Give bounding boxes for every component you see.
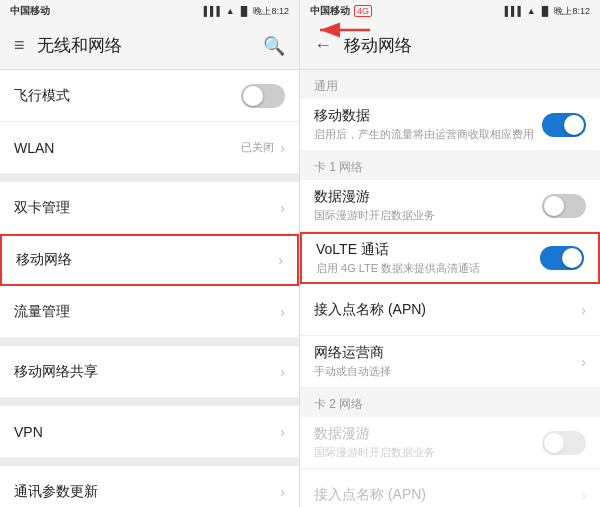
wlan-status: 已关闭 [241,140,274,155]
right-header-title: 移动网络 [344,34,412,57]
setting-apn1[interactable]: 接入点名称 (APN) › [300,284,600,336]
gap-3 [0,398,299,406]
setting-carrier1[interactable]: 网络运营商 手动或自动选择 › [300,336,600,388]
left-panel: 中国移动 ▌▌▌ ▲ ▐▌ 晚上8:12 ≡ 无线和网络 🔍 飞行模式 [0,0,300,507]
right-carrier: 中国移动 [310,4,350,18]
traffic-chevron: › [280,304,285,320]
left-header-title: 无线和网络 [37,34,263,57]
left-menu-list: 飞行模式 WLAN 已关闭 › [0,70,299,507]
right-status-icons: ▌▌▌ ▲ ▐▌ 晚上8:12 [505,5,590,18]
mobiledata-sub: 启用后，产生的流量将由运营商收取相应费用 [314,127,542,142]
menu-item-airplane[interactable]: 飞行模式 [0,70,299,122]
apn2-title: 接入点名称 (APN) [314,486,581,504]
time: 晚上8:12 [253,5,289,18]
setting-dataroam2: 数据漫游 国际漫游时开启数据业务 [300,417,600,469]
search-icon[interactable]: 🔍 [263,35,285,57]
apn2-chevron: › [581,487,586,503]
contacts-title: 通讯参数更新 [14,483,98,501]
volte-toggle[interactable] [540,246,584,270]
setting-dataroam1[interactable]: 数据漫游 国际漫游时开启数据业务 [300,180,600,232]
right-battery-icon: ▐▌ [539,6,552,16]
carrier1-chevron: › [581,354,586,370]
menu-item-contacts[interactable]: 通讯参数更新 › [0,466,299,507]
section-card2-label: 卡 2 网络 [300,388,600,417]
right-signal-icon: ▌▌▌ [505,6,524,16]
contacts-chevron: › [280,484,285,500]
apn1-title: 接入点名称 (APN) [314,301,581,319]
back-arrow-icon[interactable]: ← [314,35,332,56]
dataroam1-toggle[interactable] [542,194,586,218]
menu-item-wlan[interactable]: WLAN 已关闭 › [0,122,299,174]
dataroam2-title: 数据漫游 [314,425,542,443]
sharing-chevron: › [280,364,285,380]
menu-item-dualcard[interactable]: 双卡管理 › [0,182,299,234]
menu-item-traffic[interactable]: 流量管理 › [0,286,299,338]
dataroam1-title: 数据漫游 [314,188,542,206]
vpn-chevron: › [280,424,285,440]
sharing-title: 移动网络共享 [14,363,98,381]
mobiledata-toggle[interactable] [542,113,586,137]
section-card1-label: 卡 1 网络 [300,151,600,180]
section-general-label: 通用 [300,70,600,99]
right-settings-list: 通用 移动数据 启用后，产生的流量将由运营商收取相应费用 卡 1 网络 数据漫游… [300,70,600,507]
traffic-title: 流量管理 [14,303,70,321]
signal-icon: ▌▌▌ [204,6,223,16]
dualcard-title: 双卡管理 [14,199,70,217]
gap-1 [0,174,299,182]
setting-volte[interactable]: VoLTE 通话 启用 4G LTE 数据来提供高清通话 [300,232,600,284]
left-status-icons: ▌▌▌ ▲ ▐▌ 晚上8:12 [204,5,289,18]
dataroam2-toggle [542,431,586,455]
right-status-left: 中国移动 4G [310,4,372,18]
right-panel: 中国移动 4G ▌▌▌ ▲ ▐▌ 晚上8:12 ← 移动网络 通用 移动数据 启… [300,0,600,507]
hamburger-icon[interactable]: ≡ [14,35,25,56]
dataroam1-sub: 国际漫游时开启数据业务 [314,208,542,223]
left-status-bar: 中国移动 ▌▌▌ ▲ ▐▌ 晚上8:12 [0,0,299,22]
airplane-title: 飞行模式 [14,87,70,105]
carrier-box: 4G [354,5,372,17]
left-app-header: ≡ 无线和网络 🔍 [0,22,299,70]
right-time: 晚上8:12 [554,5,590,18]
vpn-title: VPN [14,424,43,440]
volte-sub: 启用 4G LTE 数据来提供高清通话 [316,261,540,276]
menu-item-mobilenet[interactable]: 移动网络 › [0,234,299,286]
right-header: ← 移动网络 [300,22,600,70]
volte-title: VoLTE 通话 [316,241,540,259]
left-carrier: 中国移动 [10,4,50,18]
right-status-bar: 中国移动 4G ▌▌▌ ▲ ▐▌ 晚上8:12 [300,0,600,22]
gap-2 [0,338,299,346]
apn1-chevron: › [581,302,586,318]
wlan-chevron: › [280,140,285,156]
airplane-toggle[interactable] [241,84,285,108]
setting-mobiledata[interactable]: 移动数据 启用后，产生的流量将由运营商收取相应费用 [300,99,600,151]
mobilenet-title: 移动网络 [16,251,72,269]
battery-icon: ▐▌ [238,6,251,16]
carrier1-sub: 手动或自动选择 [314,364,581,379]
right-wifi-icon: ▲ [527,6,536,16]
carrier1-title: 网络运营商 [314,344,581,362]
mobilenet-chevron: › [278,252,283,268]
menu-item-sharing[interactable]: 移动网络共享 › [0,346,299,398]
wifi-icon: ▲ [226,6,235,16]
gap-4 [0,458,299,466]
dataroam2-sub: 国际漫游时开启数据业务 [314,445,542,460]
wlan-title: WLAN [14,140,54,156]
menu-item-vpn[interactable]: VPN › [0,406,299,458]
mobiledata-title: 移动数据 [314,107,542,125]
dualcard-chevron: › [280,200,285,216]
setting-apn2: 接入点名称 (APN) › [300,469,600,507]
